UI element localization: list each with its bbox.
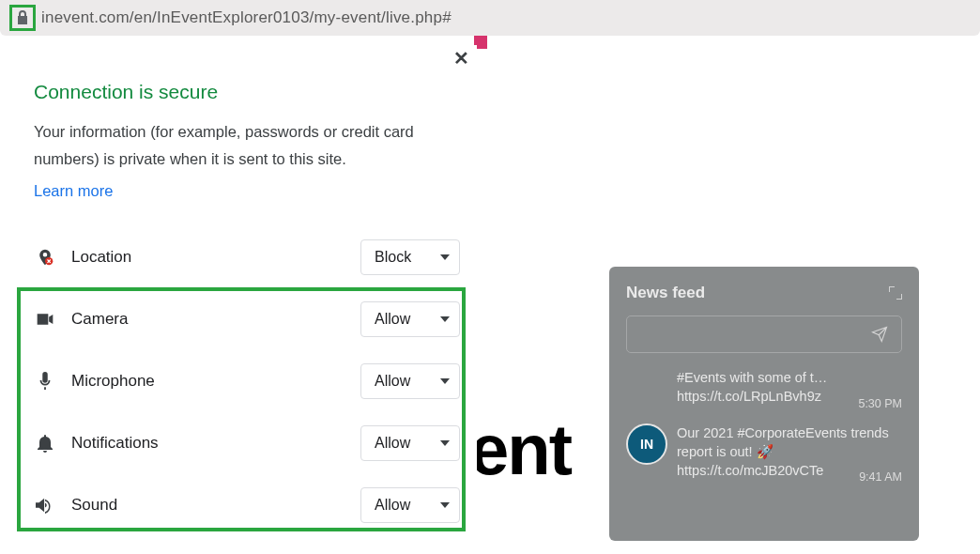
permission-row-location: Location Block: [34, 226, 460, 288]
feed-item[interactable]: IN Our 2021 #CorporateEvents trends repo…: [626, 423, 902, 481]
permission-label: Location: [71, 248, 360, 267]
chevron-down-icon: [440, 378, 450, 384]
news-header: News feed: [626, 284, 902, 302]
send-icon[interactable]: [871, 326, 888, 343]
background-text-fragment: ent: [469, 408, 571, 490]
permission-label: Notifications: [71, 434, 360, 453]
permission-row-camera: Camera Allow: [34, 288, 460, 350]
permission-label: Microphone: [71, 372, 360, 391]
chevron-down-icon: [440, 440, 450, 446]
permission-row-notifications: Notifications Allow: [34, 412, 460, 474]
permission-select-notifications[interactable]: Allow: [360, 425, 460, 461]
microphone-icon: [34, 372, 56, 391]
permission-select-location[interactable]: Block: [360, 239, 460, 275]
feed-item-time: 9:41 AM: [859, 470, 902, 484]
camera-icon: [34, 312, 56, 327]
permission-select-sound[interactable]: Allow: [360, 487, 460, 523]
bell-icon: [34, 434, 56, 453]
address-bar: inevent.com/en/InEventExplorer0103/my-ev…: [0, 0, 980, 36]
chevron-down-icon: [440, 316, 450, 322]
permission-select-camera[interactable]: Allow: [360, 301, 460, 337]
expand-icon[interactable]: [889, 286, 902, 300]
permission-select-microphone[interactable]: Allow: [360, 363, 460, 399]
connection-secure-title: Connection is secure: [34, 81, 460, 103]
chevron-down-icon: [440, 502, 450, 508]
lock-icon[interactable]: [16, 10, 29, 25]
permission-label: Camera: [71, 310, 360, 329]
learn-more-link[interactable]: Learn more: [34, 182, 113, 200]
permission-row-sound: Sound Allow: [34, 474, 460, 536]
sound-icon: [34, 497, 56, 514]
feed-avatar: IN: [626, 423, 667, 465]
news-message-input[interactable]: [626, 315, 902, 353]
permission-label: Sound: [71, 496, 360, 515]
url-text[interactable]: inevent.com/en/InEventExplorer0103/my-ev…: [41, 8, 452, 27]
permission-row-microphone: Microphone Allow: [34, 350, 460, 412]
feed-item-time: 5:30 PM: [858, 397, 902, 410]
chevron-down-icon: [440, 254, 450, 260]
news-feed-panel: News feed #Events with some of t… https:…: [609, 267, 919, 541]
location-icon: [34, 248, 56, 267]
news-feed-title: News feed: [626, 284, 705, 302]
site-info-popup: ✕ Connection is secure Your information …: [17, 45, 477, 547]
connection-secure-description: Your information (for example, passwords…: [34, 118, 460, 173]
feed-item[interactable]: #Events with some of t… https://t.co/LRp…: [626, 368, 902, 407]
lock-highlight-box: [9, 5, 36, 31]
close-icon[interactable]: ✕: [453, 47, 469, 69]
